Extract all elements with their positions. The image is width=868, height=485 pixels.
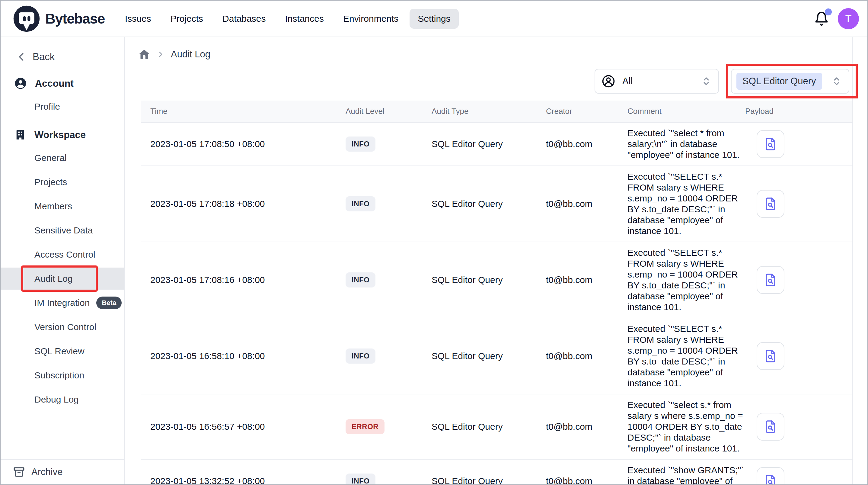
chevron-left-icon [16,51,27,62]
table-row: 2023-01-05 17:08:50 +08:00INFOSQL Editor… [141,123,853,166]
bytebase-logo[interactable]: Bytebase [13,5,105,33]
user-circle-icon [14,77,27,90]
sidebar-item-label: General [34,153,67,163]
sidebar-item-debug-log[interactable]: Debug Log [1,388,124,410]
file-search-icon [763,197,778,211]
chevron-updown-icon [701,76,712,87]
cell-comment: Executed `"SELECT s.* FROM salary s WHER… [627,171,745,236]
cell-payload [745,413,853,440]
col-header-audit-type: Audit Type [432,107,546,116]
col-header-comment: Comment [627,107,745,116]
sidebar-item-archive[interactable]: Archive [1,459,124,484]
payload-view-button[interactable] [756,190,784,218]
notifications-button[interactable] [814,11,829,27]
settings-sidebar: Back AccountProfileWorkspaceGeneralProje… [1,37,125,484]
nav-item-environments[interactable]: Environments [335,9,406,29]
audit-level-badge: INFO [346,196,375,211]
cell-comment: Executed `"SELECT s.* FROM salary s WHER… [627,247,745,313]
bytebase-logo-icon [13,5,40,33]
nav-item-instances[interactable]: Instances [277,9,332,29]
sidebar-item-label: IM Integration [34,298,90,308]
main-nav: IssuesProjectsDatabasesInstancesEnvironm… [117,9,459,29]
user-circle-outline-icon [601,74,616,88]
sidebar-item-sql-review[interactable]: SQL Review [1,340,124,362]
payload-view-button[interactable] [756,266,784,294]
cell-payload [745,266,853,294]
nav-item-projects[interactable]: Projects [162,9,211,29]
sidebar-item-label: Version Control [34,322,96,332]
sidebar-item-general[interactable]: General [1,147,124,169]
filter-bar: All SQL Editor Query [125,68,867,94]
file-search-icon [763,349,778,363]
top-navbar: Bytebase IssuesProjectsDatabasesInstance… [1,1,867,37]
breadcrumb-chevron-icon [156,50,165,59]
cell-audit-level: INFO [346,273,432,287]
sidebar-item-projects[interactable]: Projects [1,171,124,193]
audit-level-badge: ERROR [346,419,384,434]
col-header-payload: Payload [745,107,853,116]
payload-view-button[interactable] [756,467,784,485]
building-icon [14,129,27,141]
navbar-right: T [814,8,859,29]
cell-audit-type: SQL Editor Query [432,422,546,432]
sidebar-item-version-control[interactable]: Version Control [1,316,124,338]
audit-log-table: Time Audit Level Audit Type Creator Comm… [141,101,853,485]
sidebar-item-im-integration[interactable]: IM IntegrationBeta [1,292,124,314]
audit-level-badge: INFO [346,137,375,151]
sidebar-item-label: Debug Log [34,394,79,405]
sidebar-item-access-control[interactable]: Access Control [1,244,124,265]
scroll-track[interactable] [852,37,852,484]
cell-time: 2023-01-05 17:08:18 +08:00 [150,199,346,209]
sidebar-item-audit-log[interactable]: Audit Log [1,267,124,290]
cell-audit-type: SQL Editor Query [432,139,546,149]
cell-comment: Executed `"show GRANTS;"` in database "e… [627,465,745,485]
table-row: 2023-01-05 16:58:10 +08:00INFOSQL Editor… [141,318,853,394]
payload-view-button[interactable] [756,413,784,440]
cell-payload [745,190,853,218]
creator-filter-select[interactable]: All [595,69,719,94]
creator-filter-value: All [622,76,694,87]
col-header-time: Time [150,107,346,116]
main-content: Audit Log All [125,37,867,484]
cell-audit-level: INFO [346,196,432,211]
cell-time: 2023-01-05 17:08:16 +08:00 [150,275,346,285]
cell-audit-type: SQL Editor Query [432,275,546,285]
home-icon[interactable] [138,48,150,60]
cell-audit-type: SQL Editor Query [432,199,546,209]
cell-creator: t0@bb.com [546,275,627,285]
cell-audit-type: SQL Editor Query [432,351,546,361]
cell-payload [745,342,853,370]
avatar[interactable]: T [838,8,859,29]
audit-level-badge: INFO [346,348,375,364]
cell-time: 2023-01-05 13:32:52 +08:00 [150,476,346,485]
type-filter-select[interactable]: SQL Editor Query [731,69,849,94]
cell-creator: t0@bb.com [546,422,627,432]
nav-item-settings[interactable]: Settings [409,9,459,29]
cell-audit-level: INFO [346,137,432,151]
sidebar-item-sensitive-data[interactable]: Sensitive Data [1,219,124,241]
payload-view-button[interactable] [756,130,784,158]
nav-item-databases[interactable]: Databases [214,9,274,29]
cell-creator: t0@bb.com [546,139,627,149]
brand-name: Bytebase [45,10,105,27]
sidebar-section-workspace: Workspace [1,125,124,145]
cell-comment: Executed `"SELECT s.* FROM salary s WHER… [627,323,745,389]
sidebar-item-subscription[interactable]: Subscription [1,364,124,386]
cell-creator: t0@bb.com [546,351,627,361]
cell-creator: t0@bb.com [546,476,627,485]
sidebar-item-label: Sensitive Data [34,225,93,235]
bytebase-app: { "nav": { "brand": "Bytebase", "items":… [0,0,868,485]
cell-audit-type: SQL Editor Query [432,476,546,485]
sidebar-item-profile[interactable]: Profile [1,95,124,117]
back-button[interactable]: Back [1,48,124,66]
sidebar-item-label: Audit Log [34,274,73,284]
archive-label: Archive [31,466,62,478]
sidebar-item-members[interactable]: Members [1,195,124,217]
chevron-updown-icon [831,76,842,87]
nav-item-issues[interactable]: Issues [117,9,159,29]
cell-comment: Executed `"select s.* from salary s wher… [627,400,745,454]
unread-notification-dot [825,8,832,16]
payload-view-button[interactable] [756,342,784,370]
cell-audit-level: ERROR [346,419,432,434]
cell-payload [745,130,853,158]
